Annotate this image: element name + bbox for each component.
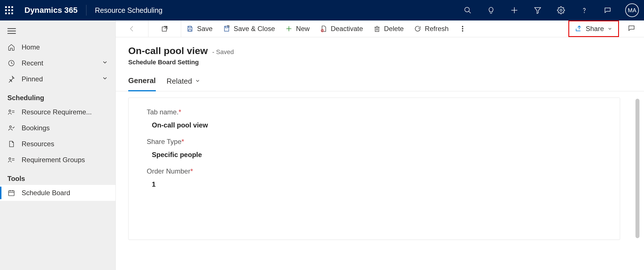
person-list-icon	[7, 156, 15, 164]
chevron-down-icon	[195, 77, 200, 86]
sidebar-item-label: Requirement Groups	[22, 156, 85, 164]
field-label: Share Type*	[147, 138, 602, 146]
search-icon[interactable]	[464, 6, 472, 14]
calendar-icon	[7, 189, 15, 197]
record-title: On-call pool view	[128, 45, 208, 56]
svg-line-30	[322, 30, 324, 32]
refresh-button[interactable]: Refresh	[409, 22, 454, 36]
person-check-icon	[7, 124, 15, 132]
record-header: On-call pool view - Saved Schedule Board…	[116, 37, 644, 66]
chevron-down-icon	[102, 75, 108, 83]
field-label: Tab name.*	[147, 108, 602, 116]
sidebar-item-schedule-board[interactable]: Schedule Board	[0, 185, 115, 201]
help-icon[interactable]	[580, 6, 588, 14]
svg-marker-4	[535, 8, 541, 14]
cmd-label: Delete	[384, 25, 404, 33]
form-section-card: Tab name.* On-call pool view Share Type*…	[128, 98, 620, 240]
sidebar-item-label: Schedule Board	[22, 189, 70, 197]
sidebar-item-label: Pinned	[22, 75, 43, 83]
global-toolbar	[464, 6, 612, 14]
field-tab-name[interactable]: Tab name.* On-call pool view	[147, 108, 602, 129]
svg-rect-31	[375, 27, 379, 32]
assistant-icon[interactable]	[604, 6, 612, 14]
scrollbar[interactable]	[635, 99, 639, 238]
chevron-down-icon	[102, 59, 108, 67]
cmd-label: Share	[586, 25, 604, 33]
sidebar-item-label: Bookings	[22, 124, 50, 132]
cmd-label: Save	[197, 25, 213, 33]
global-header: Dynamics 365 Resource Scheduling MA	[0, 0, 644, 20]
share-button[interactable]: Share	[572, 22, 615, 35]
save-close-button[interactable]: Save & Close	[218, 22, 280, 36]
sidebar-section-tools: Tools	[0, 168, 115, 185]
cmd-label: Deactivate	[331, 25, 363, 33]
cmd-label: New	[296, 25, 310, 33]
sidebar: Home Recent Pinned Scheduling Resource R…	[0, 20, 116, 270]
record-save-status: - Saved	[212, 48, 234, 56]
command-bar: Save Save & Close New Deactivate Delete …	[116, 20, 644, 37]
svg-rect-18	[9, 191, 14, 195]
svg-point-37	[462, 28, 463, 29]
user-avatar[interactable]: MA	[625, 3, 639, 17]
open-new-window-button[interactable]	[156, 22, 173, 35]
sidebar-section-scheduling: Scheduling	[0, 87, 115, 104]
field-value[interactable]: Specific people	[147, 151, 602, 159]
delete-button[interactable]: Delete	[368, 22, 409, 36]
svg-point-0	[465, 7, 469, 12]
gear-icon[interactable]	[557, 6, 565, 14]
cmd-label: Refresh	[425, 25, 449, 33]
app-name-label[interactable]: Resource Scheduling	[95, 6, 163, 15]
share-button-highlight: Share	[568, 20, 619, 37]
sidebar-item-resources[interactable]: Resources	[0, 136, 115, 152]
svg-point-11	[9, 110, 11, 112]
field-order-number[interactable]: Order Number* 1	[147, 167, 602, 188]
plus-icon[interactable]	[510, 6, 518, 14]
tab-label: Related	[167, 77, 192, 86]
svg-rect-24	[189, 26, 191, 28]
sidebar-item-home[interactable]: Home	[0, 39, 115, 55]
sidebar-item-resource-req[interactable]: Resource Requireme...	[0, 104, 115, 120]
save-button[interactable]: Save	[181, 22, 218, 36]
field-value[interactable]: On-call pool view	[147, 121, 602, 129]
home-icon	[7, 43, 15, 51]
field-value[interactable]: 1	[147, 180, 602, 188]
brand-label: Dynamics 365	[24, 6, 78, 15]
tab-label: General	[128, 76, 156, 85]
field-share-type[interactable]: Share Type* Specific people	[147, 138, 602, 159]
tab-related[interactable]: Related	[167, 73, 201, 91]
assistant-pane-button[interactable]	[619, 24, 644, 33]
svg-point-38	[462, 30, 463, 31]
avatar-initials: MA	[628, 7, 636, 14]
back-button[interactable]	[123, 22, 141, 35]
sidebar-item-pinned[interactable]: Pinned	[0, 71, 115, 87]
chevron-down-icon	[607, 26, 612, 31]
filter-icon[interactable]	[534, 6, 542, 14]
form-body: Tab name.* On-call pool view Share Type*…	[116, 91, 644, 270]
svg-point-36	[462, 26, 463, 27]
sidebar-item-bookings[interactable]: Bookings	[0, 120, 115, 136]
pin-icon	[7, 75, 15, 83]
svg-point-6	[584, 13, 584, 13]
form-tabs: General Related	[116, 66, 644, 91]
lightbulb-icon[interactable]	[487, 6, 495, 14]
sidebar-item-label: Recent	[22, 59, 43, 67]
app-launcher-icon[interactable]	[5, 6, 13, 14]
svg-point-14	[10, 126, 12, 128]
cmd-label: Save & Close	[234, 25, 275, 33]
svg-line-1	[469, 11, 471, 13]
svg-point-5	[560, 9, 562, 11]
tab-general[interactable]: General	[128, 73, 156, 91]
svg-rect-26	[225, 26, 228, 28]
new-button[interactable]: New	[280, 22, 315, 36]
deactivate-button[interactable]: Deactivate	[315, 22, 368, 36]
svg-line-23	[165, 26, 167, 29]
sidebar-item-label: Home	[22, 43, 40, 51]
person-list-icon	[7, 108, 15, 116]
sidebar-item-req-groups[interactable]: Requirement Groups	[0, 152, 115, 168]
sidebar-item-label: Resource Requireme...	[22, 108, 92, 116]
more-commands-button[interactable]	[454, 22, 471, 35]
header-divider	[86, 5, 86, 16]
svg-rect-25	[189, 29, 191, 31]
sidebar-toggle[interactable]	[0, 24, 115, 39]
sidebar-item-recent[interactable]: Recent	[0, 55, 115, 71]
